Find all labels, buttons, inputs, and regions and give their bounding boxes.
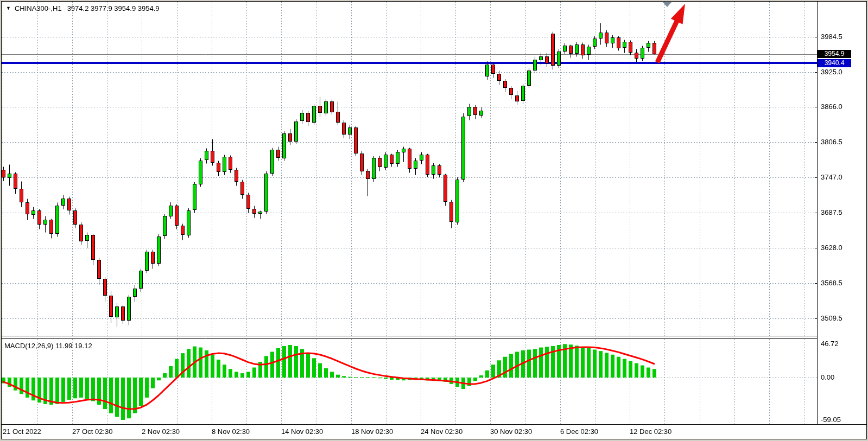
chart-content: ▼CHINA300-,H13974.2 3977.9 3954.9 3954.9… (2, 2, 866, 439)
macd-indicator-label: MACD(12,26,9) 11.99 19.12 (4, 342, 92, 350)
price-axis-tick (815, 318, 817, 319)
hline-price-tag: 3940.4 (818, 59, 851, 67)
price-axis-tick (815, 213, 817, 213)
price-axis-label: 3984.5 (821, 33, 842, 41)
price-axis-label: 3925.0 (821, 68, 842, 76)
annotation-layer (2, 2, 817, 336)
price-axis-label: 3509.5 (821, 315, 842, 322)
macd-axis-label: 46.72 (821, 340, 839, 348)
price-axis-label: 3687.5 (821, 209, 842, 216)
price-axis-tick (815, 72, 817, 73)
macd-axis-label: 0.00 (821, 374, 834, 381)
price-axis-tick (815, 142, 817, 143)
time-marker-icon[interactable] (663, 2, 671, 7)
time-axis-label: 14 Nov 02:30 (281, 427, 323, 436)
trend-arrow-shaft[interactable] (657, 20, 677, 62)
ohlc-values-label: 3974.2 3977.9 3954.9 3954.9 (67, 4, 160, 12)
chart-title: ▼CHINA300-,H13974.2 3977.9 3954.9 3954.9 (6, 4, 160, 12)
price-axis-label: 3806.5 (821, 138, 842, 146)
time-axis-label: 18 Nov 02:30 (351, 427, 393, 436)
time-axis[interactable]: 21 Oct 202227 Oct 02:302 Nov 02:308 Nov … (2, 425, 866, 439)
price-axis-label: 3747.0 (821, 174, 842, 181)
time-axis-label: 27 Oct 02:30 (72, 427, 112, 436)
price-axis-tick (815, 107, 817, 107)
time-axis-label: 8 Nov 02:30 (212, 427, 250, 436)
price-axis-label: 3628.0 (821, 244, 842, 252)
price-axis-label: 3568.5 (821, 279, 842, 287)
bid-price-tag: 3954.9 (818, 50, 851, 58)
price-axis-label: 3866.0 (821, 103, 842, 111)
price-axis-tick (815, 283, 817, 284)
symbol-collapse-icon[interactable]: ▼ (6, 5, 11, 11)
time-axis-label: 6 Dec 02:30 (560, 427, 598, 436)
price-axis-tick (815, 177, 817, 178)
macd-indicator-canvas[interactable] (2, 338, 817, 425)
symbol-period-label: CHINA300-,H1 (15, 4, 62, 12)
trend-arrow-head-icon[interactable] (671, 4, 685, 24)
time-axis-label: 21 Oct 2022 (3, 427, 41, 436)
price-axis-tick (815, 37, 817, 37)
time-axis-label: 12 Dec 02:30 (630, 427, 671, 436)
chart-window: ▼CHINA300-,H13974.2 3977.9 3954.9 3954.9… (1, 1, 867, 439)
time-axis-label: 24 Nov 02:30 (421, 427, 462, 436)
macd-axis-label: -59.05 (821, 416, 841, 424)
time-axis-label: 2 Nov 02:30 (142, 427, 180, 436)
time-axis-label: 30 Nov 02:30 (490, 427, 532, 436)
price-axis-tick (815, 248, 817, 248)
